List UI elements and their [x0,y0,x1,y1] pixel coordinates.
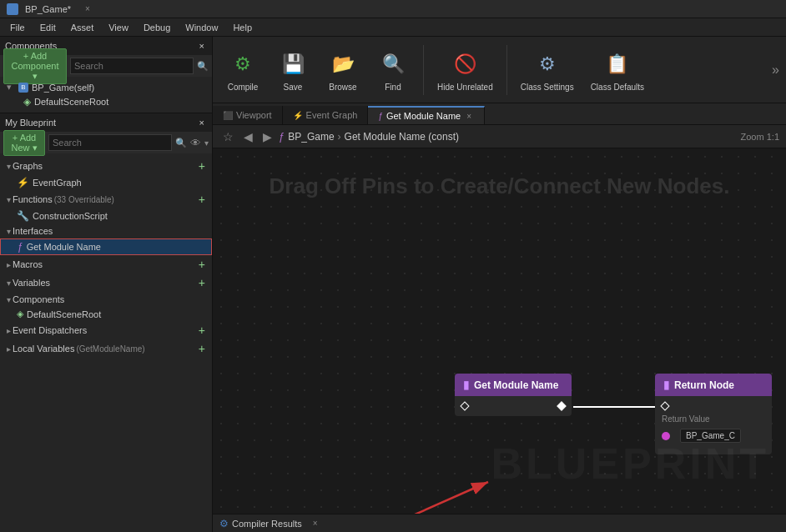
dispatchers-arrow: ▸ [7,326,11,335]
compiler-results-icon: ⚙ [219,518,229,529]
save-button[interactable]: 💾 Save [270,44,316,95]
scene-root-icon: ◈ [23,96,31,108]
class-defaults-button[interactable]: 📋 Class Defaults [584,44,651,95]
interfaces-section[interactable]: ▾ Interfaces [0,223,212,238]
variables-section[interactable]: ▾ Variables + [0,274,212,292]
zoom-level: Zoom 1:1 [741,132,779,142]
functions-label: Functions [13,194,53,204]
node1-title: Get Module Name [474,379,558,391]
bp-game-item[interactable]: ▾ B BP_Game(self) [0,80,212,94]
toolbar-expand-icon[interactable]: » [772,63,779,78]
get-module-name-node[interactable]: ▮ Get Module Name [455,374,572,416]
construction-script-item[interactable]: 🔧 ConstructionScript [0,208,212,223]
compile-button[interactable]: ⚙ Compile [219,44,266,95]
dropdown-arrow: ▾ [204,138,209,148]
menu-view[interactable]: View [102,21,135,34]
tab-get-module-name[interactable]: ƒ Get Module Name × [368,106,485,124]
menu-edit[interactable]: Edit [33,21,63,34]
macros-section[interactable]: ▸ Macros + [0,255,212,274]
breadcrumb-bp-game[interactable]: BP_Game [288,131,334,143]
components-toolbar: + Add Component ▾ 🔍 [0,55,212,77]
interfaces-arrow: ▾ [7,227,11,236]
event-graph-tab-icon: ⚡ [293,111,303,120]
node1-exec-row [455,401,572,411]
compiler-results-label: Compiler Results [232,519,302,529]
node2-icon: ▮ [663,379,669,391]
mybp-search-input[interactable] [48,134,172,151]
functions-arrow: ▾ [7,195,11,204]
mybp-section: My Blueprint × + Add New ▾ 🔍 👁 ▾ ▾ Graph… [0,113,212,532]
add-new-label: + Add New ▾ [11,133,38,153]
default-scene-root-bp-label: DefaultSceneRoot [27,309,101,319]
menu-window[interactable]: Window [179,21,224,34]
graphs-section[interactable]: ▾ Graphs + [0,157,212,175]
find-label: Find [385,83,401,92]
menu-asset[interactable]: Asset [64,21,101,34]
menu-file[interactable]: File [3,21,32,34]
hide-unrelated-button[interactable]: 🚫 Hide Unrelated [431,44,500,95]
bookmark-button[interactable]: ☆ [219,128,237,145]
add-graph-button[interactable]: + [199,159,205,173]
components-section: Components × + Add Component ▾ 🔍 ▾ B BP_… [0,37,212,113]
tab-viewport-label: Viewport [236,110,272,120]
find-button[interactable]: 🔍 Find [370,44,416,95]
save-icon: 💾 [276,48,310,81]
mybp-close[interactable]: × [197,117,207,128]
node1-exec-in-pin[interactable] [460,401,469,410]
add-component-button[interactable]: + Add Component ▾ [3,48,67,84]
tab-viewport[interactable]: ⬛ Viewport [213,106,283,124]
return-value-label: Return Value [662,414,765,424]
macros-arrow: ▸ [7,260,11,269]
right-panel: ⚙ Compile 💾 Save 📂 Browse 🔍 Find 🚫 Hide … [213,37,786,532]
variables-arrow: ▾ [7,279,11,288]
components-bp-section[interactable]: ▾ Components [0,292,212,307]
visibility-toggle[interactable]: 👁 [190,137,201,149]
components-search-input[interactable] [70,58,194,74]
add-function-button[interactable]: + [199,193,205,206]
event-graph-icon: ⚡ [17,177,29,188]
add-new-button[interactable]: + Add New ▾ [3,130,45,156]
menu-help[interactable]: Help [226,21,259,34]
tab-get-module-name-label: Get Module Name [386,111,461,121]
node2-title: Return Node [674,379,734,391]
macros-label: Macros [13,259,43,269]
scene-root-bp-icon: ◈ [17,309,23,319]
local-vars-label: Local Variables [13,344,74,354]
canvas[interactable]: Drag Off Pins to Create/Connect New Node… [213,148,786,514]
add-dispatcher-button[interactable]: + [199,324,205,337]
browse-button[interactable]: 📂 Browse [320,44,366,95]
node2-exec-in-pin[interactable] [660,401,669,410]
event-graph-label: EventGraph [33,178,82,188]
add-variable-button[interactable]: + [199,276,205,289]
tab-close-icon[interactable]: × [464,111,474,122]
breadcrumb-func[interactable]: Get Module Name (const) [345,131,459,143]
menu-debug[interactable]: Debug [137,21,177,34]
default-scene-root-item[interactable]: ◈ DefaultSceneRoot [0,94,212,109]
tab-event-graph[interactable]: ⚡ Event Graph [283,106,369,124]
components-close[interactable]: × [197,40,207,52]
mybp-toolbar: + Add New ▾ 🔍 👁 ▾ [0,132,212,153]
node2-exec-row [655,401,772,411]
node1-icon: ▮ [463,379,469,391]
main-layout: Components × + Add Component ▾ 🔍 ▾ B BP_… [0,37,786,532]
window-close[interactable]: × [83,3,93,14]
get-module-name-item[interactable]: ƒ Get Module Name [0,238,212,255]
event-dispatchers-section[interactable]: ▸ Event Dispatchers + [0,321,212,339]
class-settings-button[interactable]: ⚙ Class Settings [514,44,581,95]
variables-label: Variables [13,278,50,288]
add-local-var-button[interactable]: + [199,342,205,355]
bp-game-label: BP_Game(self) [32,83,94,93]
functions-section[interactable]: ▾ Functions (33 Overridable) + [0,190,212,208]
local-variables-section[interactable]: ▸ Local Variables (GetModuleName) + [0,339,212,358]
components-bp-arrow: ▾ [7,295,11,304]
compiler-results-close[interactable]: × [310,518,320,529]
menu-bar: File Edit Asset View Debug Window Help [0,18,786,37]
event-graph-item[interactable]: ⚡ EventGraph [0,175,212,190]
compile-label: Compile [228,83,259,92]
forward-button[interactable]: ▶ [259,128,275,145]
add-macro-button[interactable]: + [199,258,205,271]
back-button[interactable]: ◀ [240,128,256,145]
default-scene-root-bp-item[interactable]: ◈ DefaultSceneRoot [0,307,212,321]
construction-script-label: ConstructionScript [33,211,108,221]
node1-exec-out-pin[interactable] [557,401,566,410]
